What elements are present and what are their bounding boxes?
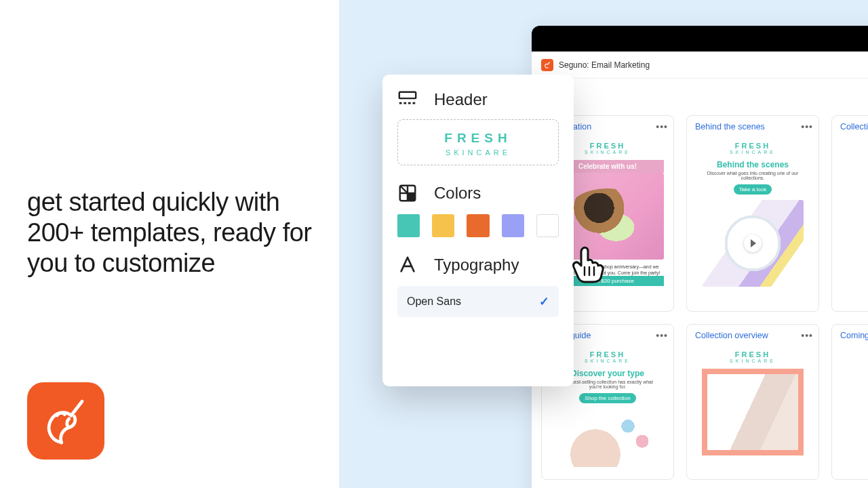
mock-image bbox=[702, 369, 804, 455]
header-section-label: Header bbox=[434, 90, 488, 109]
more-icon[interactable]: ••• bbox=[656, 330, 668, 341]
play-icon bbox=[744, 235, 762, 252]
mock-brand: FRESH bbox=[847, 142, 868, 150]
svg-rect-1 bbox=[399, 102, 402, 104]
mock-image bbox=[557, 409, 658, 467]
template-card[interactable]: Collection overview ••• FRESHSKINCARE bbox=[686, 324, 819, 480]
colors-section-icon bbox=[397, 183, 418, 203]
customize-panel: Header FRESH SKINCARE Colors bbox=[382, 75, 574, 386]
logo-line1: FRESH bbox=[405, 131, 551, 146]
template-title: Coming bbox=[840, 331, 868, 340]
app-header: Seguno: Email Marketing bbox=[532, 52, 868, 79]
mock-cta: Shop the collection bbox=[579, 393, 636, 403]
svg-rect-2 bbox=[403, 102, 406, 104]
template-title: Collecti bbox=[840, 122, 868, 131]
mock-brand: FRESH bbox=[847, 350, 868, 359]
more-icon[interactable]: ••• bbox=[801, 121, 813, 132]
template-card[interactable]: Coming ••• FRESHSKINCARE bbox=[831, 324, 868, 480]
marketing-headline: get started quickly with 200+ templates,… bbox=[27, 187, 319, 278]
svg-rect-4 bbox=[413, 102, 416, 104]
typography-section-icon bbox=[397, 255, 418, 275]
app-icon bbox=[541, 59, 553, 71]
mock-brand-sub: SKINCARE bbox=[702, 359, 804, 363]
svg-rect-0 bbox=[399, 92, 416, 98]
color-swatch[interactable] bbox=[536, 214, 559, 237]
header-section-icon bbox=[397, 89, 418, 110]
mock-title: Behind the scenes bbox=[702, 160, 804, 169]
mock-brand-sub: SKINCARE bbox=[847, 359, 868, 363]
font-selector[interactable]: Open Sans ✓ bbox=[397, 286, 559, 317]
window-titlebar bbox=[532, 26, 868, 52]
brand-logo bbox=[27, 382, 104, 460]
template-title: Collection overview bbox=[695, 331, 768, 340]
svg-rect-3 bbox=[408, 102, 411, 104]
mock-brand-sub: SKINCARE bbox=[847, 150, 868, 155]
mock-image bbox=[702, 200, 804, 287]
template-card[interactable]: Collecti ••• FRESHSKINCARE bbox=[831, 115, 868, 312]
templates-grid: celebration ••• FRESHSKINCARE Celebrate … bbox=[532, 115, 868, 480]
template-card[interactable]: Behind the scenes ••• FRESHSKINCARE Behi… bbox=[686, 115, 819, 312]
more-icon[interactable]: ••• bbox=[801, 330, 813, 341]
color-swatch[interactable] bbox=[502, 214, 524, 237]
svg-rect-11 bbox=[408, 194, 414, 200]
mock-brand-sub: SKINCARE bbox=[702, 150, 804, 155]
more-icon[interactable]: ••• bbox=[656, 121, 668, 132]
color-swatch[interactable] bbox=[432, 214, 454, 237]
mock-cta: Take a look bbox=[734, 184, 772, 195]
template-title: Behind the scenes bbox=[695, 122, 765, 131]
mock-image bbox=[847, 160, 868, 289]
pointer-cursor-icon bbox=[570, 244, 605, 283]
colors-section-label: Colors bbox=[434, 184, 481, 203]
mock-subtitle: Discover what goes into creating one of … bbox=[702, 171, 804, 180]
mock-image bbox=[847, 369, 868, 457]
logo-dropzone[interactable]: FRESH SKINCARE bbox=[397, 119, 559, 165]
font-name: Open Sans bbox=[407, 296, 461, 308]
unicorn-icon bbox=[39, 394, 93, 448]
mock-brand: FRESH bbox=[702, 142, 804, 150]
check-icon: ✓ bbox=[539, 294, 549, 309]
color-swatches bbox=[397, 214, 559, 237]
color-swatch[interactable] bbox=[397, 214, 420, 237]
app-name: Seguno: Email Marketing bbox=[559, 60, 650, 70]
logo-line2: SKINCARE bbox=[405, 148, 551, 157]
color-swatch[interactable] bbox=[467, 214, 489, 237]
mock-brand: FRESH bbox=[702, 350, 804, 359]
typography-section-label: Typography bbox=[434, 256, 519, 274]
